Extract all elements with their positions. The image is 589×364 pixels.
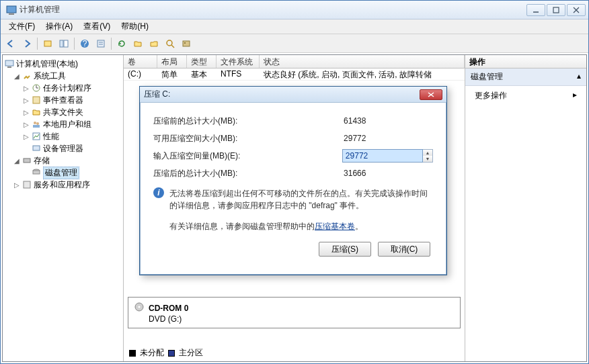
svg-rect-19 [7, 66, 11, 68]
tree-system-tools[interactable]: ◢系统工具 [4, 70, 122, 82]
dialog-titlebar[interactable]: 压缩 C: [140, 87, 446, 103]
refresh-button[interactable] [114, 36, 129, 51]
minimize-button[interactable] [526, 4, 545, 16]
toolbar-separator [74, 38, 75, 50]
tree-root[interactable]: 计算机管理(本地) [4, 58, 122, 70]
settings-button[interactable] [179, 36, 194, 51]
spinner-down-icon[interactable]: ▼ [423, 156, 432, 162]
shrink-dialog: 压缩 C: 压缩前的总计大小(MB): 61438 可用压缩空间大小(MB): … [139, 86, 447, 275]
forward-button[interactable] [19, 36, 34, 51]
tree-label: 服务和应用程序 [34, 179, 90, 191]
blank-icon [23, 145, 30, 152]
help-tail: 。 [355, 222, 363, 231]
toolbar-separator [37, 38, 38, 50]
dialog-close-button[interactable] [420, 89, 442, 100]
performance-icon [31, 131, 42, 142]
col-filesystem[interactable]: 文件系统 [217, 55, 260, 68]
shrink-button[interactable]: 压缩(S) [319, 242, 371, 257]
expand-icon[interactable]: ▷ [23, 97, 30, 104]
spinner-up-icon[interactable]: ▲ [423, 150, 432, 156]
services-icon [22, 179, 32, 190]
svg-point-14 [167, 40, 172, 46]
cancel-button[interactable]: 取消(C) [378, 242, 430, 257]
clock-icon [31, 83, 42, 93]
tree-label: 磁盘管理 [43, 167, 79, 179]
expand-icon[interactable]: ▷ [23, 109, 30, 116]
tree-task-scheduler[interactable]: ▷任务计划程序 [4, 82, 122, 94]
up-button[interactable] [40, 36, 55, 51]
tree-event-viewer[interactable]: ▷事件查看器 [4, 94, 122, 106]
value-size-after: 31666 [344, 169, 433, 178]
svg-rect-0 [7, 6, 16, 13]
expand-icon[interactable]: ▷ [23, 121, 30, 128]
svg-rect-18 [5, 60, 13, 66]
actions-more[interactable]: 更多操作 ▸ [465, 86, 586, 105]
open-button[interactable] [130, 36, 145, 51]
tree-services-apps[interactable]: ▷服务和应用程序 [4, 179, 122, 191]
disk-icon [31, 167, 42, 178]
volume-list-header: 卷 布局 类型 文件系统 状态 [124, 55, 465, 69]
shrink-amount-spinner[interactable]: ▲ ▼ [423, 149, 433, 163]
label-enter-shrink: 输入压缩空间量(MB)(E): [153, 150, 292, 162]
volume-row[interactable]: (C:) 简单 基本 NTFS 状态良好 (系统, 启动, 页面文件, 活动, … [124, 69, 465, 81]
svg-rect-6 [44, 41, 51, 46]
tree-storage[interactable]: ◢存储 [4, 154, 122, 167]
cell-volume: (C:) [124, 69, 157, 80]
value-size-before: 61438 [344, 116, 433, 126]
help-text: 有关详细信息，请参阅磁盘管理帮助中的 [169, 222, 315, 231]
svg-rect-16 [183, 41, 190, 46]
cdrom-icon [134, 302, 145, 314]
expand-icon[interactable]: ▷ [23, 133, 30, 140]
actions-pane: 操作 磁盘管理 ▴ 更多操作 ▸ [465, 55, 586, 361]
dialog-title: 压缩 C: [144, 89, 420, 100]
svg-point-25 [36, 122, 39, 125]
menu-action[interactable]: 操作(A) [42, 19, 77, 34]
find-button[interactable] [163, 36, 178, 51]
tree-shared-folders[interactable]: ▷共享文件夹 [4, 106, 122, 118]
save-button[interactable] [147, 36, 161, 51]
tree-local-users[interactable]: ▷本地用户和组 [4, 118, 122, 130]
help-button[interactable]: ? [77, 36, 92, 51]
svg-text:?: ? [83, 39, 87, 48]
expand-icon[interactable]: ▷ [23, 85, 30, 92]
navigation-tree[interactable]: 计算机管理(本地) ◢系统工具 ▷任务计划程序 ▷事件查看器 ▷共享文件夹 ▷本… [3, 55, 124, 361]
menu-help[interactable]: 帮助(H) [117, 19, 153, 34]
tree-device-manager[interactable]: 设备管理器 [4, 142, 122, 154]
col-layout[interactable]: 布局 [157, 55, 187, 68]
svg-line-15 [171, 45, 174, 48]
label-size-before: 压缩前的总计大小(MB): [153, 116, 294, 127]
col-status[interactable]: 状态 [260, 55, 465, 68]
actions-group-diskmgmt[interactable]: 磁盘管理 ▴ [465, 69, 586, 86]
legend-unallocated-swatch [129, 350, 136, 357]
label-available-shrink: 可用压缩空间大小(MB): [153, 133, 294, 144]
collapse-icon[interactable]: ◢ [13, 157, 20, 165]
help-link[interactable]: 压缩基本卷 [315, 222, 355, 231]
svg-rect-7 [60, 40, 63, 47]
shrink-amount-input[interactable] [342, 149, 423, 163]
tools-icon [22, 71, 32, 81]
maximize-button[interactable] [547, 4, 565, 16]
col-volume[interactable]: 卷 [124, 55, 157, 68]
svg-rect-1 [9, 13, 14, 15]
close-button[interactable] [567, 4, 586, 16]
computer-icon [4, 58, 15, 69]
titlebar[interactable]: 计算机管理 [1, 1, 588, 19]
tree-label: 设备管理器 [43, 143, 83, 154]
tree-performance[interactable]: ▷性能 [4, 130, 122, 142]
value-available-shrink: 29772 [344, 134, 433, 143]
properties-button[interactable] [93, 36, 108, 51]
tree-label: 任务计划程序 [43, 83, 91, 94]
expand-icon[interactable]: ▷ [13, 181, 20, 189]
menu-view[interactable]: 查看(V) [79, 19, 114, 34]
info-text: 无法将卷压缩到超出任何不可移动的文件所在的点。有关完成该操作时间的详细信息，请参… [169, 187, 433, 212]
show-hide-tree-button[interactable] [56, 36, 71, 51]
back-button[interactable] [3, 36, 18, 51]
tree-disk-management[interactable]: 磁盘管理 [4, 167, 122, 179]
chevron-right-icon: ▸ [573, 90, 577, 101]
col-type[interactable]: 类型 [187, 55, 217, 68]
help-line: 有关详细信息，请参阅磁盘管理帮助中的压缩基本卷。 [169, 221, 433, 232]
tree-label: 性能 [43, 131, 59, 142]
svg-point-34 [139, 306, 141, 308]
menu-file[interactable]: 文件(F) [5, 19, 39, 34]
collapse-icon[interactable]: ◢ [13, 73, 20, 80]
